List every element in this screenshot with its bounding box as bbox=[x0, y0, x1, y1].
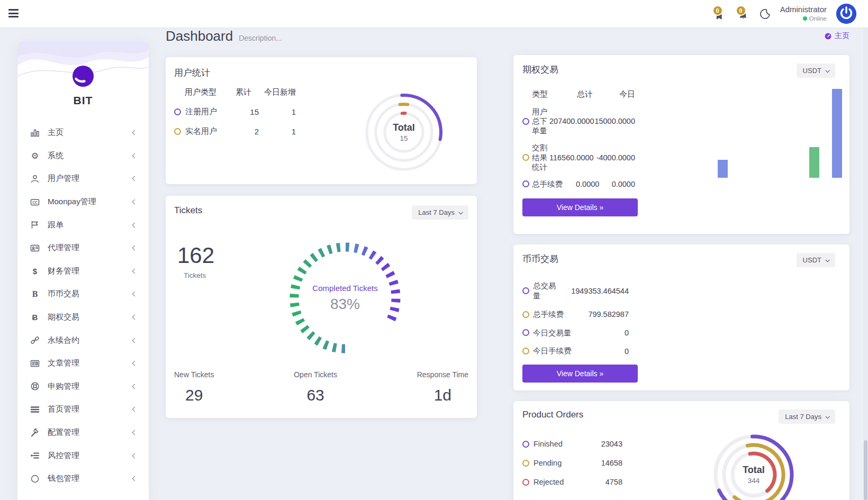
row-label: 总手续费 bbox=[533, 310, 588, 320]
sidebar-item-spot-trading[interactable]: B 币币交易 bbox=[17, 283, 149, 306]
legend-dot-gold bbox=[522, 311, 529, 318]
card-title: Product Orders bbox=[522, 410, 583, 420]
chevron-down-icon bbox=[458, 210, 463, 214]
chevron-down-icon bbox=[825, 68, 829, 72]
row-value: 799.582987 bbox=[588, 310, 629, 319]
breadcrumb-label: 主页 bbox=[835, 31, 849, 41]
sidebar-item-label: 主页 bbox=[48, 128, 133, 138]
sidebar-item-agents[interactable]: 代理管理 bbox=[17, 237, 149, 260]
sidebar-item-label: 申购管理 bbox=[48, 381, 133, 392]
options-currency-dropdown[interactable]: USDT bbox=[797, 63, 835, 78]
dropdown-value: Last 7 Days bbox=[785, 413, 821, 421]
user-menu[interactable]: Administrator Online bbox=[780, 5, 827, 22]
bitcoin-icon: Ƀ bbox=[30, 313, 46, 322]
orders-range-dropdown[interactable]: Last 7 Days bbox=[779, 410, 835, 424]
row-today: 0.0000 bbox=[599, 180, 635, 188]
chevron-left-icon bbox=[132, 130, 138, 135]
scrollbar-thumb[interactable] bbox=[864, 440, 867, 500]
brand[interactable]: BIT bbox=[17, 65, 149, 107]
chevron-left-icon bbox=[132, 199, 138, 205]
bar-today-orders bbox=[718, 160, 728, 178]
chevron-left-icon bbox=[132, 407, 138, 412]
sidebar-item-finance[interactable]: $ 财务管理 bbox=[17, 260, 149, 283]
sidebar-item-home[interactable]: 主页 bbox=[17, 121, 149, 144]
row-label: 今日交易量 bbox=[533, 328, 625, 338]
stat-value: 29 bbox=[174, 386, 214, 404]
bar-total-orders bbox=[832, 89, 842, 178]
donut-center-label: Total bbox=[743, 465, 765, 476]
sidebar-item-moonpay[interactable]: CC Moonpay管理 bbox=[17, 190, 149, 214]
card-title: 用户统计 bbox=[174, 67, 468, 79]
life-ring-icon bbox=[30, 381, 46, 391]
id-card-icon bbox=[30, 243, 46, 253]
row-today: 1 bbox=[259, 107, 296, 116]
sidebar-item-label: 风控管理 bbox=[48, 451, 133, 461]
svg-text:CC: CC bbox=[32, 200, 38, 204]
tickets-stat: Response Time 1d bbox=[417, 370, 468, 404]
stat-row: 今日手续费 0 bbox=[522, 346, 629, 356]
hamburger-menu-icon[interactable] bbox=[8, 9, 19, 18]
scrollbar-track[interactable] bbox=[863, 0, 868, 500]
sidebar-item-subscription[interactable]: 申购管理 bbox=[17, 375, 149, 398]
notification-badge: 0 bbox=[736, 5, 746, 16]
row-today: -4000.0000 bbox=[593, 153, 635, 162]
table-row: 总手续费 0.0000 0.0000 bbox=[522, 179, 635, 189]
chevron-left-icon bbox=[132, 153, 138, 158]
stat-row: 今日交易量 0 bbox=[522, 328, 629, 338]
sidebar-item-options-trading[interactable]: Ƀ 期权交易 bbox=[17, 306, 149, 329]
donut-center-value: 15 bbox=[400, 134, 408, 142]
chevron-left-icon bbox=[132, 361, 138, 366]
dropdown-value: USDT bbox=[803, 256, 821, 264]
tickets-range-dropdown[interactable]: Last 7 Days bbox=[412, 205, 468, 220]
sidebar-item-homepage[interactable]: 首页管理 bbox=[17, 398, 149, 421]
stat-row: Finished 23043 bbox=[522, 440, 622, 448]
row-total: 0.0000 bbox=[563, 180, 599, 188]
row-total: 116560.0000 bbox=[549, 153, 593, 162]
sidebar-item-config[interactable]: 配置管理 bbox=[17, 421, 149, 444]
row-label: Finished bbox=[534, 440, 601, 448]
card-title: Tickets bbox=[174, 205, 202, 216]
column-header: 今日新增 bbox=[251, 87, 296, 97]
row-label: 用户总下单量 bbox=[532, 107, 549, 135]
sidebar-item-risk[interactable]: 风控管理 bbox=[17, 444, 149, 467]
sidebar-item-wallet[interactable]: 钱包管理 bbox=[17, 467, 149, 490]
avatar[interactable] bbox=[836, 4, 856, 24]
breadcrumb[interactable]: 主页 bbox=[824, 31, 849, 41]
product-orders-card: Product Orders Last 7 Days Finished 2304… bbox=[513, 401, 849, 500]
table-row: 用户总下单量 207400.0000 15000.0000 bbox=[522, 107, 635, 135]
bell-notification-icon[interactable]: 0 bbox=[736, 5, 749, 22]
row-label: 总手续费 bbox=[532, 179, 563, 189]
award-notification-icon[interactable]: 0 bbox=[712, 5, 726, 22]
sidebar-item-label: 永续合约 bbox=[48, 335, 133, 346]
sidebar-item-users[interactable]: 用户管理 bbox=[17, 167, 149, 190]
column-header: 总计 bbox=[549, 89, 593, 99]
coin-view-details-button[interactable]: View Details » bbox=[522, 365, 638, 383]
donut-center-label: Total bbox=[393, 122, 415, 133]
link-icon bbox=[30, 335, 46, 345]
dollar-icon: $ bbox=[30, 267, 46, 276]
gear-icon: ⚙ bbox=[30, 151, 46, 161]
user-stats-donut-chart: Total 15 bbox=[361, 90, 446, 175]
row-total: 15 bbox=[232, 107, 259, 116]
dropdown-value: Last 7 Days bbox=[418, 208, 455, 216]
sidebar-item-perpetual[interactable]: 永续合约 bbox=[17, 329, 149, 352]
moon-dark-mode-icon[interactable] bbox=[759, 8, 771, 20]
options-view-details-button[interactable]: View Details » bbox=[522, 198, 638, 216]
coin-currency-dropdown[interactable]: USDT bbox=[797, 253, 835, 267]
row-label: Rejected bbox=[534, 478, 605, 486]
online-dot bbox=[803, 16, 807, 21]
options-trading-card: 期权交易 USDT 类型 总计 今日 用户总下单量 207400.0000 15… bbox=[513, 55, 849, 234]
user-icon bbox=[30, 174, 46, 184]
row-total: 2 bbox=[232, 127, 259, 136]
row-label: 今日手续费 bbox=[533, 346, 625, 356]
power-logo-icon bbox=[836, 4, 856, 24]
row-value: 0 bbox=[625, 329, 629, 337]
chevron-left-icon bbox=[132, 430, 138, 435]
sidebar-item-system[interactable]: ⚙ 系统 bbox=[17, 144, 149, 168]
legend-dot-gold bbox=[522, 460, 529, 467]
sidebar-item-label: 用户管理 bbox=[48, 174, 133, 184]
legend-dot-purple bbox=[522, 118, 529, 125]
home-gauge-icon bbox=[824, 32, 832, 40]
sidebar-item-copy-trade[interactable]: 跟单 bbox=[17, 213, 149, 237]
sidebar-item-articles[interactable]: 文章管理 bbox=[17, 352, 149, 375]
